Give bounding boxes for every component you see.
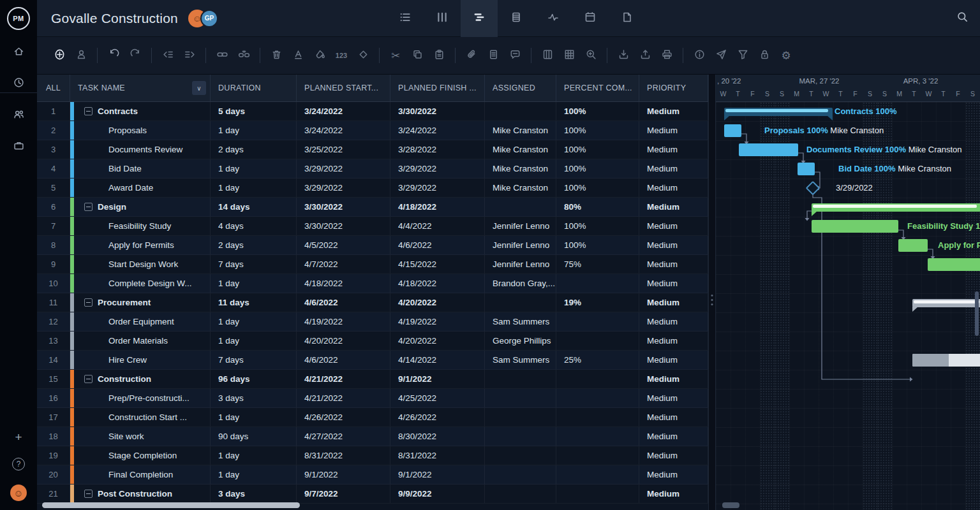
cell-task-name[interactable]: Start Design Work [70, 255, 211, 273]
cell-planned-start[interactable]: 4/21/2022 [297, 389, 390, 407]
cell-percent-complete[interactable]: 80% [556, 198, 639, 216]
cell-num[interactable]: 15 [37, 370, 70, 388]
attach-paperclip-button[interactable] [461, 45, 482, 66]
cell-duration[interactable]: 7 days [211, 351, 297, 369]
sidebar-item-user-avatar[interactable]: ☺ [10, 484, 27, 501]
cell-assigned[interactable]: Mike Cranston [485, 159, 556, 178]
cell-num[interactable]: 3 [37, 140, 70, 159]
cell-priority[interactable]: Medium [639, 274, 708, 293]
collapse-toggle-icon[interactable] [84, 203, 93, 211]
cell-planned-start[interactable]: 9/7/2022 [297, 484, 390, 503]
cell-assigned[interactable] [485, 102, 556, 120]
cell-planned-finish[interactable]: 4/4/2022 [390, 217, 485, 235]
cell-task-name[interactable]: Contracts [70, 102, 211, 120]
cell-assigned[interactable] [485, 465, 556, 484]
column-header-percent-com-[interactable]: PERCENT COM... [556, 75, 639, 101]
cell-planned-start[interactable]: 3/30/2022 [297, 217, 390, 235]
cell-task-name[interactable]: Bid Date [70, 159, 211, 178]
column-header-task-name[interactable]: TASK NAME∨ [70, 75, 211, 101]
cell-percent-complete[interactable]: 100% [556, 121, 639, 140]
cell-planned-finish[interactable]: 4/15/2022 [390, 255, 485, 273]
tab-board-view[interactable] [424, 0, 461, 37]
cell-planned-finish[interactable]: 3/28/2022 [390, 140, 485, 159]
cell-assigned[interactable] [485, 198, 556, 216]
cell-planned-finish[interactable]: 8/31/2022 [390, 446, 485, 465]
cell-task-name[interactable]: Hire Crew [70, 351, 211, 369]
collapse-toggle-icon[interactable] [84, 298, 93, 307]
cell-task-name[interactable]: Order Equipment [70, 312, 211, 331]
cell-task-name[interactable]: Site work [70, 427, 211, 446]
fill-color-button[interactable] [309, 45, 330, 66]
cell-duration[interactable]: 11 days [211, 293, 297, 312]
cell-planned-finish[interactable]: 9/9/2022 [390, 484, 485, 503]
cell-num[interactable]: 21 [37, 484, 70, 503]
cell-percent-complete[interactable] [556, 370, 639, 388]
cell-planned-start[interactable]: 4/6/2022 [297, 351, 390, 369]
cell-num[interactable]: 2 [37, 121, 70, 140]
cell-planned-start[interactable]: 3/29/2022 [297, 159, 390, 178]
cell-planned-start[interactable]: 4/5/2022 [297, 236, 390, 254]
gantt-vertical-scrollbar[interactable] [975, 291, 979, 336]
redo-button[interactable] [124, 45, 146, 66]
cell-task-name[interactable]: Design [70, 198, 211, 216]
collapse-toggle-icon[interactable] [84, 107, 93, 115]
column-dropdown-button[interactable]: ∨ [192, 81, 206, 95]
cell-assigned[interactable]: Sam Summers [485, 351, 556, 369]
cell-planned-finish[interactable]: 3/24/2022 [390, 121, 485, 140]
cell-percent-complete[interactable] [556, 408, 639, 426]
delete-trash-button[interactable] [265, 45, 287, 66]
filter-funnel-button[interactable] [732, 45, 754, 66]
lock-button[interactable] [754, 45, 775, 66]
cell-planned-finish[interactable]: 3/30/2022 [390, 102, 485, 120]
cell-num[interactable]: 7 [37, 217, 70, 235]
cell-assigned[interactable]: Mike Cranston [485, 121, 556, 140]
cell-planned-finish[interactable]: 4/18/2022 [390, 274, 485, 293]
export-file-button[interactable] [634, 45, 656, 66]
sidebar-item-timesheet-clock[interactable] [13, 76, 25, 91]
cell-planned-finish[interactable]: 4/6/2022 [390, 236, 485, 254]
cell-task-name[interactable]: Final Completion [70, 465, 211, 484]
cell-percent-complete[interactable]: 100% [556, 178, 639, 197]
member-avatar-initials[interactable]: GP [200, 10, 218, 27]
cell-percent-complete[interactable]: 25% [556, 351, 639, 369]
cell-num[interactable]: 17 [37, 408, 70, 426]
cell-duration[interactable]: 5 days [211, 102, 297, 120]
tab-list-view[interactable] [387, 0, 424, 37]
cell-assigned[interactable]: Mike Cranston [485, 178, 556, 197]
cell-planned-finish[interactable]: 3/29/2022 [390, 159, 485, 178]
cell-priority[interactable]: Medium [639, 178, 708, 197]
number-123-button[interactable]: 123 [330, 45, 352, 66]
tab-calendar-view[interactable] [572, 0, 609, 37]
cell-percent-complete[interactable]: 19% [556, 293, 639, 312]
cell-priority[interactable]: Medium [639, 140, 708, 159]
cell-task-name[interactable]: Construction Start ... [70, 408, 211, 426]
cell-duration[interactable]: 1 day [211, 274, 297, 293]
cell-percent-complete[interactable] [556, 312, 639, 331]
cell-assigned[interactable]: Jennifer Lenno [485, 236, 556, 254]
cell-planned-finish[interactable]: 4/14/2022 [390, 351, 485, 369]
cell-duration[interactable]: 90 days [211, 427, 297, 446]
paste-clipboard-button[interactable] [428, 45, 450, 66]
task-bar-green[interactable] [898, 239, 928, 252]
cell-task-name[interactable]: Procurement [70, 293, 211, 312]
task-bar-blue[interactable] [739, 143, 798, 156]
sidebar-item-home[interactable] [13, 45, 25, 60]
cell-num[interactable]: 8 [37, 236, 70, 254]
cell-percent-complete[interactable]: 100% [556, 102, 639, 120]
cell-percent-complete[interactable]: 100% [556, 236, 639, 254]
cell-num[interactable]: 16 [37, 389, 70, 407]
cell-assigned[interactable]: Jennifer Lenno [485, 255, 556, 273]
task-bar-blue[interactable] [724, 124, 741, 137]
cell-percent-complete[interactable] [556, 274, 639, 293]
column-header-all[interactable]: ALL [37, 75, 70, 101]
cell-percent-complete[interactable] [556, 332, 639, 350]
cell-priority[interactable]: Medium [639, 312, 708, 331]
table-grid-button[interactable] [558, 45, 580, 66]
cell-planned-finish[interactable]: 9/1/2022 [390, 465, 485, 484]
summary-bar-green[interactable] [812, 203, 980, 212]
cell-priority[interactable]: Medium [639, 255, 708, 273]
cell-planned-start[interactable]: 3/29/2022 [297, 178, 390, 197]
column-header-duration[interactable]: DURATION [211, 75, 297, 101]
cell-priority[interactable]: Medium [639, 408, 708, 426]
cell-num[interactable]: 20 [37, 465, 70, 484]
